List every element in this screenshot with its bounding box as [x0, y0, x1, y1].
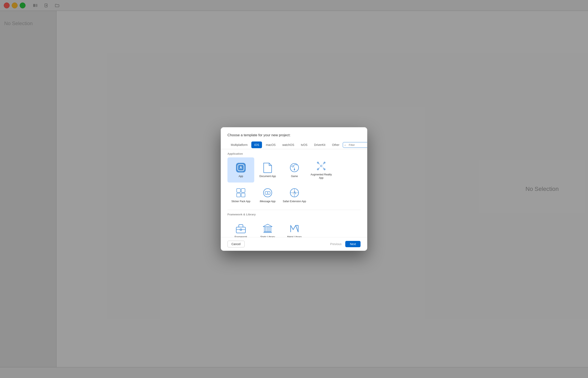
filter-wrap: ⌕	[343, 142, 367, 148]
template-ar-app[interactable]: Augmented Reality App	[308, 157, 334, 183]
application-grid: A App Document App	[227, 157, 361, 210]
template-static-library[interactable]: Static Library	[254, 218, 281, 237]
svg-rect-34	[236, 227, 245, 233]
template-metal-library[interactable]: Metal Library	[281, 218, 308, 237]
tab-macos[interactable]: macOS	[263, 141, 279, 148]
tab-tvos[interactable]: tvOS	[298, 141, 310, 148]
imessage-app-icon: A	[262, 187, 273, 199]
safari-ext-icon	[289, 187, 300, 199]
template-safari-ext-label: Safari Extension App	[283, 200, 306, 203]
template-game-label: Game	[291, 175, 298, 178]
tab-multiplatform[interactable]: Multiplatform	[228, 141, 251, 148]
template-framework[interactable]: Framework	[227, 218, 254, 237]
svg-rect-21	[237, 189, 241, 192]
template-game[interactable]: Game	[281, 157, 308, 183]
modal-title: Choose a template for your new project:	[227, 133, 361, 137]
svg-rect-41	[270, 227, 271, 232]
template-imessage-label: iMessage App	[260, 200, 275, 203]
modal-overlay: Choose a template for your new project: …	[0, 0, 588, 378]
section-framework-label: Framework & Library	[227, 210, 361, 218]
sticker-pack-icon	[235, 187, 247, 199]
previous-button: Previous	[326, 241, 345, 247]
template-sticker-pack-label: Sticker Pack App	[231, 200, 251, 203]
new-project-dialog: Choose a template for your new project: …	[221, 127, 367, 251]
svg-line-16	[323, 168, 324, 169]
svg-rect-40	[267, 227, 268, 232]
svg-text:A: A	[267, 192, 268, 194]
svg-point-11	[294, 169, 295, 170]
template-ar-app-label: Augmented Reality App	[309, 173, 333, 180]
modal-footer: Cancel Previous Next	[221, 237, 367, 251]
template-static-library-label: Static Library	[260, 235, 275, 237]
svg-rect-24	[241, 193, 245, 197]
template-framework-label: Framework	[235, 235, 247, 237]
template-safari-ext[interactable]: Safari Extension App	[281, 183, 308, 208]
section-application-label: Application	[227, 149, 361, 157]
game-icon	[289, 162, 300, 174]
template-imessage-app[interactable]: A iMessage App	[254, 183, 281, 208]
svg-rect-39	[264, 227, 266, 232]
next-button[interactable]: Next	[345, 241, 361, 247]
framework-icon	[235, 222, 247, 234]
tab-driverkit[interactable]: DriverKit	[311, 141, 328, 148]
svg-rect-22	[241, 189, 245, 192]
svg-line-15	[318, 168, 320, 169]
template-sticker-pack[interactable]: Sticker Pack App	[227, 183, 254, 208]
framework-grid: Framework	[227, 218, 361, 237]
template-app-label: App	[239, 175, 243, 178]
document-app-icon	[262, 162, 273, 174]
svg-point-9	[292, 166, 294, 167]
template-metal-library-label: Metal Library	[287, 235, 302, 237]
svg-text:A: A	[240, 166, 242, 169]
ar-app-icon	[315, 160, 327, 172]
tabs-row: Multiplatform iOS macOS watchOS tvOS Dri…	[221, 141, 367, 149]
tab-watchos[interactable]: watchOS	[279, 141, 297, 148]
svg-line-13	[318, 163, 320, 164]
tab-other[interactable]: Other	[329, 141, 342, 148]
svg-rect-23	[237, 193, 241, 197]
svg-point-12	[320, 165, 322, 167]
cancel-button[interactable]: Cancel	[227, 241, 245, 247]
app-icon: A	[235, 162, 247, 174]
metal-library-icon	[289, 222, 300, 234]
tab-ios[interactable]: iOS	[251, 141, 262, 148]
static-library-icon	[262, 222, 273, 234]
template-document-app-label: Document App	[259, 175, 276, 178]
modal-header: Choose a template for your new project:	[221, 127, 367, 141]
template-app[interactable]: A App	[227, 157, 254, 183]
modal-content[interactable]: Application A App	[221, 149, 367, 237]
svg-line-42	[296, 225, 298, 232]
filter-icon: ⌕	[344, 143, 346, 147]
svg-line-14	[323, 163, 324, 164]
template-document-app[interactable]: Document App	[254, 157, 281, 183]
filter-input[interactable]	[343, 142, 367, 148]
